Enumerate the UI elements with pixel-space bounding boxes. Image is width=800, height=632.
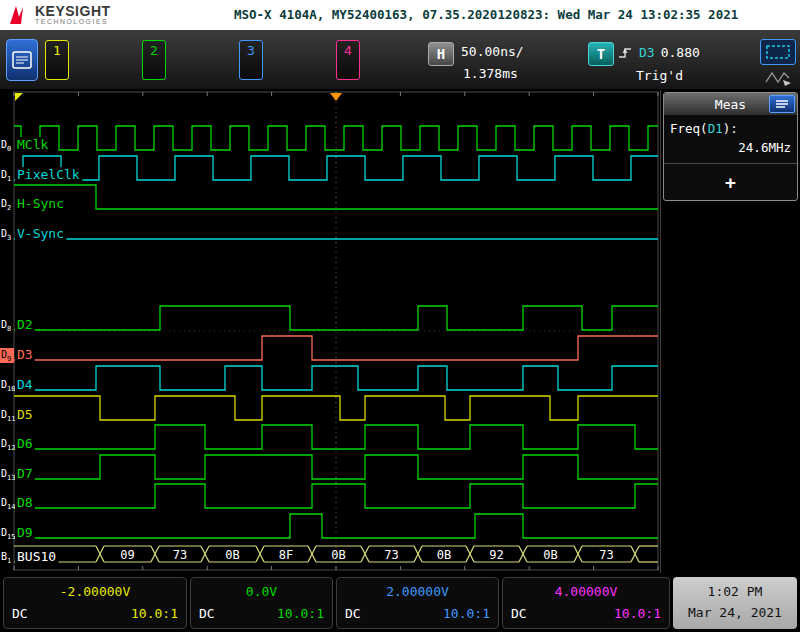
channel-1-button[interactable]: 1	[45, 40, 69, 80]
meas-box: Meas Freq(D1): 24.6MHz +	[663, 92, 798, 201]
bus-value: 0B	[543, 548, 557, 562]
coupling-label: DC	[345, 606, 361, 621]
trigger-source: D3	[639, 45, 655, 60]
channel-label-PixelClk[interactable]: PixelClk	[17, 167, 80, 182]
digital-channel-id[interactable]: D11	[1, 409, 15, 423]
channel-label-D2[interactable]: D2	[17, 317, 33, 332]
channel-label-D3[interactable]: D3	[17, 347, 33, 362]
channel-label-MClk[interactable]: MClk	[17, 137, 48, 152]
probe-ratio: 10.0:1	[131, 606, 178, 621]
digital-channel-id[interactable]: D12	[1, 438, 15, 452]
clock-time: 1:02 PM	[708, 582, 763, 602]
bus-label[interactable]: BUS10	[17, 549, 56, 564]
channel-label-D8[interactable]: D8	[17, 495, 33, 510]
meas-title: Meas	[715, 97, 746, 112]
channel-label-D9[interactable]: D9	[17, 525, 33, 540]
channel-label-D6[interactable]: D6	[17, 436, 33, 451]
channel-offset-value: 4.00000V	[511, 584, 661, 599]
trigger-status: Trig'd	[636, 68, 683, 83]
meas-source: D1	[708, 121, 723, 136]
digital-channel-id[interactable]: D10	[1, 379, 15, 393]
oscilloscope-screen: KEYSIGHT TECHNOLOGIES MSO-X 4104A, MY524…	[0, 0, 800, 632]
bus-value: 0B	[331, 548, 345, 562]
digital-channel-id[interactable]: B1	[1, 551, 11, 565]
digital-channel-id[interactable]: D13	[1, 468, 15, 482]
channel-label-D7[interactable]: D7	[17, 466, 33, 481]
bus-value: 92	[489, 548, 503, 562]
meas-value: 24.6MHz	[670, 140, 791, 155]
horizontal-button[interactable]: H	[428, 42, 454, 66]
instrument-title: MSO-X 4104A, MY52400163, 07.35.202012082…	[234, 7, 738, 22]
bus-value: 0B	[225, 548, 239, 562]
channel-3-status[interactable]: 2.00000VDC10.0:1	[336, 577, 499, 629]
coupling-label: DC	[511, 606, 527, 621]
bus-value: 73	[384, 548, 398, 562]
delay-value[interactable]: 1.378ms	[463, 66, 518, 81]
brand-subtitle: TECHNOLOGIES	[35, 18, 111, 25]
digital-channel-id[interactable]: D3	[1, 228, 11, 242]
channel-label-D5[interactable]: D5	[17, 407, 33, 422]
coupling-label: DC	[199, 606, 215, 621]
meas-header: Meas	[664, 93, 797, 115]
ch1-reference-marker	[15, 93, 23, 101]
meas-label: Freq(D1):	[670, 121, 791, 136]
statusbar-sections: -2.00000VDC10.0:10.0VDC10.0:12.00000VDC1…	[3, 577, 670, 629]
digital-channel-id[interactable]: D15	[1, 527, 15, 541]
channel-label-V-Sync[interactable]: V-Sync	[17, 226, 64, 241]
digital-channel-id[interactable]: D0	[1, 139, 11, 153]
channel-offset-value: 0.0V	[199, 584, 324, 599]
main-menu-button[interactable]	[6, 39, 38, 81]
channel-offset-value: -2.00000V	[12, 584, 178, 599]
bus-value: 73	[599, 548, 613, 562]
coupling-label: DC	[12, 606, 28, 621]
measurement-panel: Meas Freq(D1): 24.6MHz +	[660, 90, 800, 573]
probe-ratio: 10.0:1	[614, 606, 661, 621]
add-measurement-button[interactable]: +	[664, 164, 797, 200]
statusbar: -2.00000VDC10.0:10.0VDC10.0:12.00000VDC1…	[0, 573, 800, 632]
digital-channel-id[interactable]: D1	[1, 169, 11, 183]
datetime-box[interactable]: 1:02 PM Mar 24, 2021	[673, 577, 797, 629]
menu-icon	[12, 51, 32, 69]
digital-channel-id[interactable]: D2	[1, 198, 11, 212]
trigger-level: 0.880	[661, 45, 700, 60]
toolbar: 1234 H 50.00ns/ 1.378ms T D3 0.880 Trig'…	[0, 30, 800, 90]
plot-border	[14, 92, 658, 570]
clock-date: Mar 24, 2021	[688, 603, 782, 623]
channel-3-button[interactable]: 3	[239, 40, 263, 80]
top-header: KEYSIGHT TECHNOLOGIES MSO-X 4104A, MY524…	[0, 0, 800, 30]
bus-value: 0B	[437, 548, 451, 562]
channel-4-button[interactable]: 4	[336, 40, 360, 80]
bus-value: 8F	[279, 548, 293, 562]
channel-2-status[interactable]: 0.0VDC10.0:1	[190, 577, 333, 629]
channel-2-button[interactable]: 2	[142, 40, 166, 80]
brand-name: KEYSIGHT	[35, 5, 111, 18]
waveform-tool-button[interactable]	[760, 67, 796, 89]
brand-text: KEYSIGHT TECHNOLOGIES	[35, 5, 111, 25]
channel-4-status[interactable]: 4.00000VDC10.0:1	[502, 577, 670, 629]
channel-1-status[interactable]: -2.00000VDC10.0:1	[3, 577, 187, 629]
channel-label-H-Sync[interactable]: H-Sync	[17, 196, 64, 211]
channel-label-D4[interactable]: D4	[17, 377, 33, 392]
waveform-svg[interactable]: 09730B8F0B730B920B73D0MClkD1PixelClkD2H-…	[0, 90, 660, 573]
bus-value: 09	[120, 548, 134, 562]
panel-menu-icon	[775, 99, 789, 109]
trigger-info[interactable]: D3 0.880	[618, 45, 700, 60]
trigger-position-marker[interactable]	[330, 93, 342, 101]
trigger-button[interactable]: T	[588, 42, 614, 66]
digital-channel-id[interactable]: D14	[1, 497, 15, 511]
zone-trigger-button[interactable]	[760, 39, 796, 65]
probe-ratio: 10.0:1	[277, 606, 324, 621]
keysight-brand: KEYSIGHT TECHNOLOGIES	[0, 4, 225, 26]
zone-select-icon	[765, 44, 791, 60]
meas-menu-button[interactable]	[769, 95, 795, 113]
keysight-spark-icon	[8, 4, 30, 26]
meas-item-freq[interactable]: Freq(D1): 24.6MHz	[664, 115, 797, 164]
channel-offset-value: 2.00000V	[345, 584, 490, 599]
timebase-value[interactable]: 50.00ns/	[461, 44, 524, 59]
digital-channel-id[interactable]: D8	[1, 319, 11, 333]
waveform-cursor-icon	[764, 69, 792, 87]
probe-ratio: 10.0:1	[443, 606, 490, 621]
rising-edge-icon	[618, 45, 633, 60]
bus-value: 73	[173, 548, 187, 562]
